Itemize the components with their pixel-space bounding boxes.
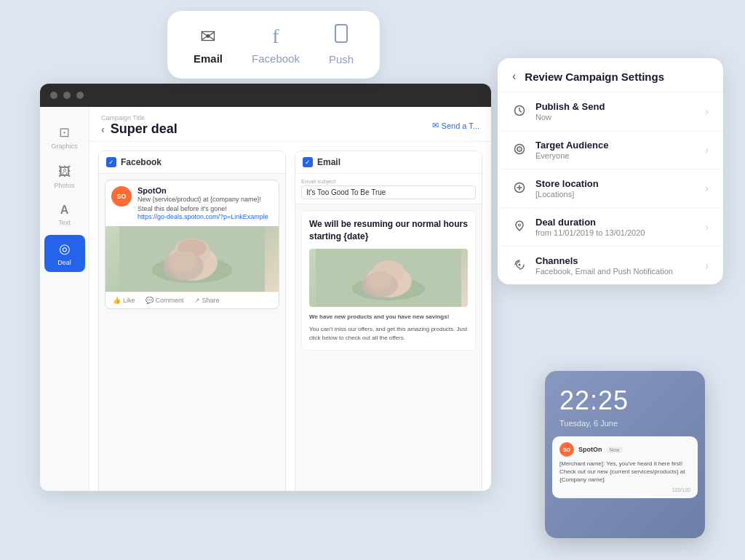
- photos-icon: 🖼: [58, 164, 71, 180]
- preview-panels: ✓ Facebook SO SpotOn New {service/produc…: [89, 142, 491, 491]
- publish-chevron: ›: [705, 105, 709, 117]
- phone-date: Tuesday, 6 June: [545, 419, 705, 436]
- settings-panel: ‹ Review Campaign Settings Publish & Sen…: [498, 58, 723, 284]
- store-content: Store location [Locations]: [535, 178, 696, 199]
- email-icon: ✉: [200, 25, 216, 48]
- comment-button[interactable]: 💬 Comment: [146, 297, 184, 304]
- channels-icon: [512, 259, 527, 273]
- tool-graphics[interactable]: ⊡ Graphics: [44, 119, 85, 156]
- audience-chevron: ›: [705, 144, 709, 156]
- store-chevron: ›: [705, 183, 709, 194]
- settings-back-button[interactable]: ‹: [512, 70, 516, 83]
- svg-rect-1: [339, 41, 343, 43]
- facebook-post-info: SpotOn New {service/product} at {company…: [138, 186, 273, 220]
- push-avatar: SO: [559, 442, 574, 457]
- facebook-preview-title: Facebook: [121, 157, 162, 167]
- email-subject-area: Email subject: [295, 174, 482, 204]
- text-icon: A: [60, 204, 69, 217]
- email-preview-header: ✓ Email: [295, 151, 482, 174]
- channel-push[interactable]: Push: [329, 24, 354, 65]
- duration-label: Deal duration: [535, 217, 696, 228]
- campaign-title-label: Campaign Title: [101, 114, 178, 121]
- settings-item-duration[interactable]: Deal duration from 11/01/2019 to 13/01/2…: [498, 208, 723, 247]
- deal-icon: ◎: [59, 241, 71, 257]
- channel-selector: ✉ Email f Facebook Push: [167, 11, 380, 79]
- audience-icon: [512, 143, 527, 157]
- facebook-post-image: [105, 226, 279, 292]
- phone-time: 22:25: [545, 371, 705, 419]
- email-subject-input[interactable]: [301, 185, 476, 199]
- campaign-title-name: ‹ Super deal: [101, 121, 178, 137]
- facebook-post-actions: 👍 Like 💬 Comment ↗ Share: [105, 292, 279, 308]
- channels-content: Channels Facebook, Email and Push Notifi…: [535, 255, 696, 276]
- clock-icon: [512, 105, 527, 119]
- facebook-post-link[interactable]: https://go-deals.spoton.com/?p=LinkExamp…: [138, 213, 273, 220]
- titlebar-dot-3: [76, 92, 84, 99]
- titlebar-dot-1: [50, 92, 57, 99]
- facebook-checkbox[interactable]: ✓: [106, 157, 116, 167]
- facebook-post-text: New {service/product} at {company name}!…: [138, 195, 273, 213]
- store-label: Store location: [535, 178, 696, 189]
- facebook-post-name: SpotOn: [138, 186, 273, 195]
- email-image: [309, 249, 468, 307]
- settings-item-channels[interactable]: Channels Facebook, Email and Push Notifi…: [498, 247, 723, 284]
- facebook-preview: ✓ Facebook SO SpotOn New {service/produc…: [98, 151, 286, 491]
- tool-deal[interactable]: ◎ Deal: [44, 235, 85, 272]
- push-notification: SO SpotOn Now [Merchant name]: Yes, you'…: [552, 436, 698, 498]
- push-app-name: SpotOn: [578, 446, 602, 453]
- facebook-preview-header: ✓ Facebook: [99, 151, 285, 174]
- svg-point-18: [519, 148, 520, 150]
- settings-title: Review Campaign Settings: [525, 71, 664, 83]
- push-notification-header: SO SpotOn Now: [559, 442, 690, 457]
- audience-label: Target Audience: [535, 140, 696, 151]
- editor-body: ⊡ Graphics 🖼 Photos A Text ◎ Deal Campai…: [40, 107, 491, 491]
- send-test-label: Send a T...: [442, 121, 479, 130]
- channel-facebook[interactable]: f Facebook: [252, 25, 300, 65]
- facebook-avatar: SO: [111, 186, 132, 207]
- store-icon: [512, 182, 527, 196]
- push-now-badge: Now: [607, 447, 623, 453]
- push-icon: [333, 24, 349, 49]
- email-checkbox[interactable]: ✓: [303, 157, 313, 167]
- audience-value: Everyone: [535, 151, 696, 160]
- titlebar-dot-2: [63, 92, 71, 99]
- store-value: [Locations]: [535, 190, 696, 199]
- svg-point-21: [519, 263, 521, 265]
- svg-point-8: [169, 251, 198, 271]
- settings-item-store[interactable]: Store location [Locations] ›: [498, 169, 723, 208]
- push-counter: 120/120: [559, 487, 690, 492]
- email-body-text: We have new products and you have new sa…: [309, 313, 468, 343]
- svg-rect-0: [335, 25, 347, 42]
- duration-icon: [512, 220, 527, 234]
- publish-content: Publish & Send Now: [535, 101, 696, 121]
- push-label: Push: [329, 53, 354, 65]
- graphics-icon: ⊡: [59, 124, 70, 140]
- tool-photos[interactable]: 🖼 Photos: [44, 159, 85, 195]
- svg-point-20: [519, 224, 521, 226]
- back-button[interactable]: ‹: [101, 124, 105, 135]
- email-subject-label: Email subject: [301, 178, 476, 185]
- settings-item-audience[interactable]: Target Audience Everyone ›: [498, 131, 723, 169]
- duration-value: from 11/01/2019 to 13/01/2020: [535, 228, 696, 237]
- share-button[interactable]: ↗ Share: [194, 297, 220, 304]
- editor-titlebar: [40, 84, 491, 107]
- campaign-header: Campaign Title ‹ Super deal ✉ Send a T..…: [89, 107, 491, 142]
- campaign-title-area: Campaign Title ‹ Super deal: [101, 114, 178, 137]
- email-headline: We will be resuming our normal hours sta…: [309, 218, 468, 243]
- send-test-button[interactable]: ✉ Send a T...: [432, 121, 479, 130]
- channels-value: Facebook, Email and Push Notification: [535, 267, 696, 276]
- tool-text[interactable]: A Text: [44, 198, 85, 232]
- duration-chevron: ›: [705, 221, 709, 233]
- duration-content: Deal duration from 11/01/2019 to 13/01/2…: [535, 217, 696, 237]
- channel-email[interactable]: ✉ Email: [194, 25, 223, 65]
- editor-window: ⊡ Graphics 🖼 Photos A Text ◎ Deal Campai…: [40, 84, 491, 491]
- facebook-post: SO SpotOn New {service/product} at {comp…: [105, 180, 279, 309]
- editor-content: Campaign Title ‹ Super deal ✉ Send a T..…: [89, 107, 491, 491]
- facebook-icon: f: [272, 25, 279, 48]
- send-icon: ✉: [432, 121, 439, 130]
- settings-item-publish[interactable]: Publish & Send Now ›: [498, 92, 723, 131]
- facebook-post-header: SO SpotOn New {service/product} at {comp…: [105, 180, 279, 226]
- push-body-text: [Merchant name]: Yes, you've heard it he…: [559, 460, 690, 484]
- phone-preview: 22:25 Tuesday, 6 June SO SpotOn Now [Mer…: [545, 371, 705, 538]
- like-button[interactable]: 👍 Like: [113, 297, 135, 304]
